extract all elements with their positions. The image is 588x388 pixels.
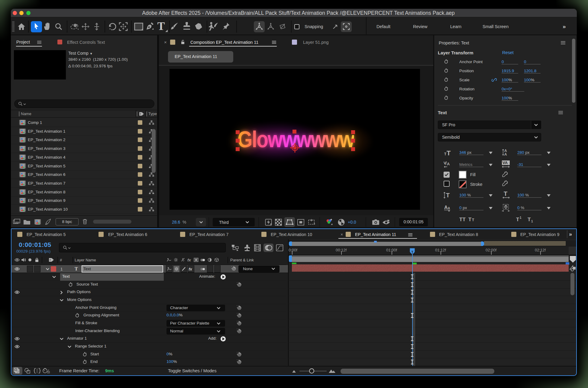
svg-text:TT: TT [459, 217, 466, 222]
svg-text:1: 1 [520, 216, 522, 219]
svg-text:A: A [447, 162, 450, 166]
svg-text:a: a [448, 206, 450, 210]
svg-text:T: T [444, 152, 447, 156]
svg-text:T: T [516, 217, 519, 222]
svg-text:1: 1 [531, 220, 533, 223]
svg-text:T: T [447, 149, 451, 156]
svg-text:T: T [504, 191, 507, 197]
svg-text:T: T [528, 217, 531, 222]
svg-text:VA: VA [502, 160, 508, 165]
svg-text:T: T [446, 192, 450, 199]
svg-text:T: T [472, 218, 474, 222]
svg-text:A: A [504, 152, 507, 156]
svg-text:A: A [444, 205, 448, 210]
svg-text:T: T [468, 217, 472, 222]
